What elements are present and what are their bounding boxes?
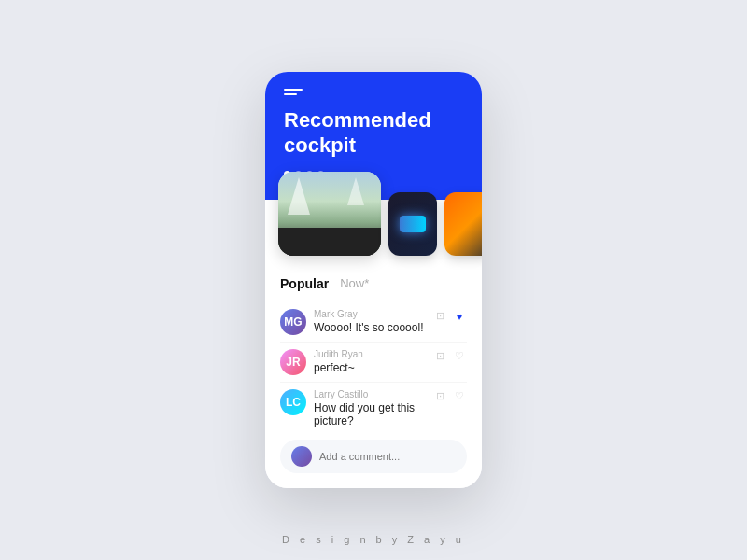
comment-content-3: Larry Castillo How did you get this pict…	[314, 389, 429, 427]
current-user-avatar	[291, 446, 312, 467]
comment-actions-2: ⊡ ♡	[432, 349, 467, 364]
menu-icon[interactable]	[284, 89, 303, 95]
avatar-mark: MG	[280, 309, 306, 335]
car-silhouette	[295, 230, 365, 252]
car-wheel-right	[348, 246, 358, 256]
tab-now[interactable]: Now*	[340, 276, 369, 290]
card-orange[interactable]	[444, 192, 482, 256]
add-comment-row	[280, 440, 467, 473]
headlight-icon	[400, 216, 426, 232]
comment-name-2: Judith Ryan	[314, 349, 429, 359]
car-wheel-left	[303, 246, 312, 256]
heart-icon-2[interactable]: ♡	[452, 349, 467, 364]
tabs: Popular Now*	[280, 276, 467, 291]
comment-item: MG Mark Gray Woooo! It's so cooool! ⊡ ♥	[280, 302, 467, 343]
avatar-judith: JR	[280, 349, 306, 375]
heart-icon-1[interactable]: ♥	[452, 309, 467, 324]
comment-text-2: perfect~	[314, 361, 429, 374]
header-title: Recommended cockpit	[284, 108, 463, 158]
heart-icon-3[interactable]: ♡	[452, 389, 467, 404]
comment-item-2: JR Judith Ryan perfect~ ⊡ ♡	[280, 343, 467, 383]
card-main-snow[interactable]	[278, 172, 381, 256]
comment-text-1: Woooo! It's so cooool!	[314, 321, 429, 334]
comment-item-3: LC Larry Castillo How did you get this p…	[280, 383, 467, 434]
phone-container: Recommended cockpit	[265, 72, 482, 488]
comment-name-3: Larry Castillo	[314, 389, 429, 399]
comment-actions-1: ⊡ ♥	[432, 309, 467, 324]
comment-text-3: How did you get this picture?	[314, 401, 429, 427]
car-top	[310, 231, 351, 243]
comment-list: MG Mark Gray Woooo! It's so cooool! ⊡ ♥ …	[280, 302, 467, 434]
bookmark-icon-2[interactable]: ⊡	[432, 349, 447, 364]
comment-content-2: Judith Ryan perfect~	[314, 349, 429, 374]
snow-scene	[278, 172, 381, 256]
comment-actions-3: ⊡ ♡	[432, 389, 467, 404]
tree-right-icon	[347, 177, 364, 205]
white-section: Popular Now* MG Mark Gray Woooo! It's so…	[265, 263, 482, 488]
bookmark-icon-1[interactable]: ⊡	[432, 309, 447, 324]
bookmark-icon-3[interactable]: ⊡	[432, 389, 447, 404]
avatar-larry: LC	[280, 389, 306, 415]
tree-left-icon	[288, 177, 310, 215]
car-body	[295, 239, 365, 252]
comment-content-1: Mark Gray Woooo! It's so cooool!	[314, 309, 429, 334]
comment-name-1: Mark Gray	[314, 309, 429, 319]
dark-card-inner	[388, 192, 437, 256]
design-credit: D e s i g n b y Z a y u	[282, 534, 465, 545]
card-dark[interactable]	[388, 192, 437, 256]
page-wrapper: Recommended cockpit	[0, 0, 747, 560]
tab-popular[interactable]: Popular	[280, 276, 329, 291]
add-comment-input[interactable]	[319, 451, 456, 462]
